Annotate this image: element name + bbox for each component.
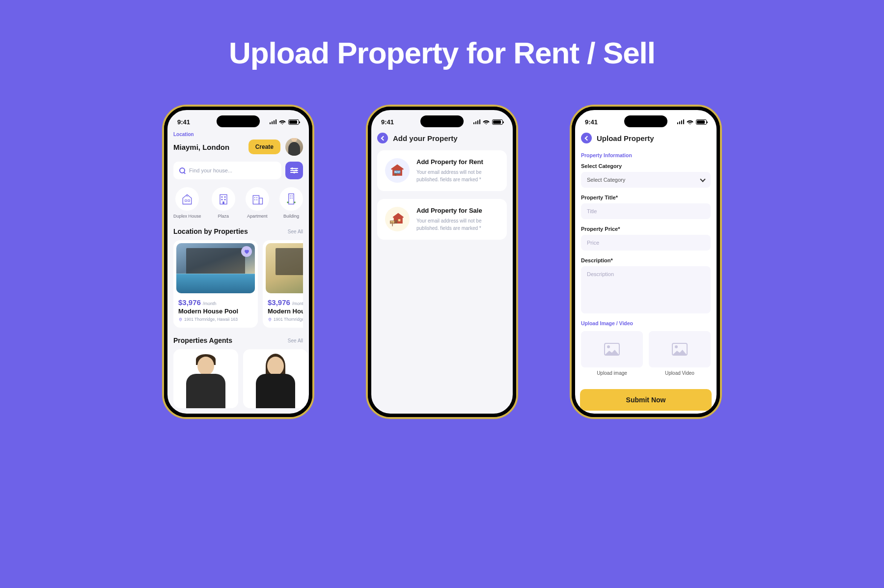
page-title: Upload Property for Rent / Sell xyxy=(0,0,884,70)
apartment-icon xyxy=(250,192,264,206)
category-duplex[interactable]: Duplex House xyxy=(173,187,201,219)
chevron-left-icon xyxy=(381,136,386,140)
filter-button[interactable] xyxy=(285,162,303,179)
section-properties-title: Location by Properties xyxy=(173,227,248,235)
phone-upload-property: 9:41 Upload Property Property Informatio… xyxy=(570,105,722,419)
property-title: Modern House xyxy=(266,307,303,315)
upload-video-label: Upload Video xyxy=(649,370,711,376)
signal-icon xyxy=(270,119,277,124)
pin-icon xyxy=(268,317,272,322)
svg-rect-6 xyxy=(221,199,222,200)
option-title: Add Property for Rent xyxy=(416,158,499,166)
svg-rect-14 xyxy=(256,199,257,200)
property-card[interactable]: $3,976 /month Modern House 1901 Thornrid… xyxy=(263,240,303,328)
svg-rect-15 xyxy=(289,194,294,204)
svg-point-20 xyxy=(287,201,289,203)
screen-title: Add your Property xyxy=(393,134,458,142)
signal-icon xyxy=(677,119,685,124)
house-rent-icon: RENT xyxy=(388,162,406,179)
svg-rect-5 xyxy=(224,196,225,198)
title-label: Property Title* xyxy=(581,195,711,200)
svg-point-21 xyxy=(294,201,296,203)
status-time: 9:41 xyxy=(585,118,598,126)
svg-rect-27 xyxy=(395,220,398,224)
svg-rect-12 xyxy=(256,197,257,198)
svg-rect-10 xyxy=(259,198,262,204)
battery-icon xyxy=(492,119,503,125)
heart-icon xyxy=(244,249,249,254)
price-period: /month xyxy=(292,301,303,306)
categories-row: Duplex House Plaza Apartment Building xyxy=(173,187,303,219)
user-avatar[interactable] xyxy=(285,138,303,156)
status-time: 9:41 xyxy=(177,118,190,126)
sliders-icon xyxy=(290,168,298,173)
option-title: Add Property for Sale xyxy=(416,207,499,214)
back-button[interactable] xyxy=(581,133,592,143)
dynamic-island xyxy=(217,115,260,127)
svg-rect-13 xyxy=(254,199,255,200)
title-input[interactable]: Title xyxy=(581,203,711,219)
upload-image-slot[interactable] xyxy=(581,331,643,367)
category-building[interactable]: Building xyxy=(279,187,303,219)
phone-home: 9:41 Location Miaymi, London Create xyxy=(162,105,314,419)
category-select[interactable]: Select Category xyxy=(581,172,711,188)
svg-rect-17 xyxy=(292,196,293,196)
building-icon xyxy=(284,192,298,206)
upload-video-slot[interactable] xyxy=(649,331,711,367)
option-rent[interactable]: RENT Add Property for Rent Your email ad… xyxy=(377,150,507,191)
description-input[interactable]: Description xyxy=(581,266,711,313)
property-title: Modern House Pool xyxy=(176,307,255,315)
search-input[interactable]: Find your house... xyxy=(173,162,281,179)
category-plaza[interactable]: Plaza xyxy=(212,187,235,219)
pin-icon xyxy=(178,317,183,322)
agents-row xyxy=(173,349,303,408)
favorite-button[interactable] xyxy=(241,246,252,257)
svg-rect-18 xyxy=(290,197,291,198)
svg-rect-28 xyxy=(398,219,401,222)
wifi-icon xyxy=(279,119,286,124)
category-label: Duplex House xyxy=(173,214,201,219)
image-icon xyxy=(604,343,620,356)
back-button[interactable] xyxy=(377,133,388,143)
option-sale[interactable]: SALE Add Property for Sale Your email ad… xyxy=(377,199,507,240)
category-label: Apartment xyxy=(247,214,268,219)
submit-button[interactable]: Submit Now xyxy=(580,389,712,411)
svg-text:RENT: RENT xyxy=(394,171,401,173)
svg-point-22 xyxy=(180,319,181,320)
location-value[interactable]: Miaymi, London xyxy=(173,143,229,151)
price-input[interactable]: Price xyxy=(581,235,711,251)
section-agents-title: Properties Agents xyxy=(173,336,232,344)
location-label: Location xyxy=(173,132,303,137)
see-all-agents[interactable]: See All xyxy=(288,338,303,343)
chevron-left-icon xyxy=(584,136,589,140)
create-button[interactable]: Create xyxy=(249,140,280,154)
image-icon xyxy=(672,343,688,356)
upload-section-label: Upload Image / Video xyxy=(581,320,711,326)
description-label: Description* xyxy=(581,257,711,263)
agent-card[interactable] xyxy=(173,349,238,408)
upload-image-label: Upload image xyxy=(581,370,643,376)
battery-icon xyxy=(288,119,299,125)
agent-card[interactable] xyxy=(243,349,308,408)
plaza-icon xyxy=(217,192,230,206)
property-address: 1901 Thornridge, xyxy=(274,317,303,322)
search-placeholder: Find your house... xyxy=(189,168,232,173)
price-period: /month xyxy=(203,301,217,306)
svg-point-23 xyxy=(270,319,271,320)
chevron-down-icon xyxy=(700,176,705,182)
category-label: Plaza xyxy=(218,214,229,219)
category-apartment[interactable]: Apartment xyxy=(246,187,269,219)
option-desc: Your email address will not be published… xyxy=(416,217,499,232)
duplex-icon xyxy=(180,192,194,206)
svg-rect-11 xyxy=(254,197,255,198)
svg-rect-1 xyxy=(188,200,190,202)
property-price: $3,976 xyxy=(178,298,201,307)
svg-rect-0 xyxy=(185,200,187,202)
svg-rect-4 xyxy=(221,196,222,198)
phone-add-property: 9:41 Add your Property RENT Ad xyxy=(366,105,518,419)
search-icon xyxy=(179,168,185,173)
wifi-icon xyxy=(687,119,693,124)
property-card[interactable]: $3,976 /month Modern House Pool 1901 Tho… xyxy=(173,240,258,328)
select-placeholder: Select Category xyxy=(587,177,625,183)
see-all-properties[interactable]: See All xyxy=(288,229,303,234)
